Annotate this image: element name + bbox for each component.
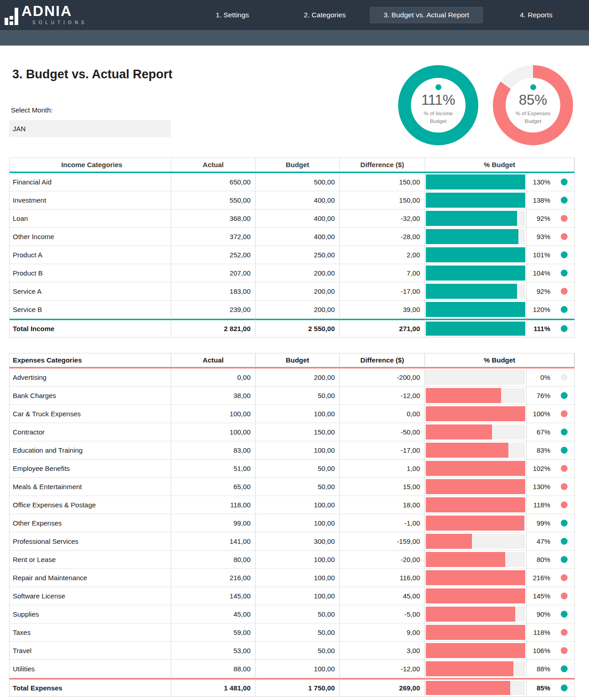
tab-reports[interactable]: 4. Reports — [500, 0, 573, 30]
status-dot-cell — [554, 660, 574, 678]
category-cell: Education and Training — [10, 441, 171, 460]
pct-budget-value: 101% — [527, 246, 554, 264]
pct-budget-bar-cell — [425, 319, 527, 337]
budget-cell: 100,00 — [256, 496, 340, 514]
status-dot-cell — [554, 173, 574, 191]
pct-budget-value: 90% — [527, 605, 554, 623]
pct-budget-bar — [426, 193, 525, 208]
status-dot-icon — [561, 392, 568, 399]
budget-cell: 250,00 — [256, 246, 340, 264]
pct-budget-bar-cell — [425, 569, 527, 587]
status-dot-icon — [561, 538, 568, 545]
tab-settings[interactable]: 1. Settings — [196, 0, 269, 30]
actual-cell: 183,00 — [171, 282, 256, 301]
pct-budget-bar-cell — [425, 678, 527, 696]
difference-cell: -200,00 — [340, 368, 425, 387]
status-dot-cell — [554, 246, 574, 264]
pct-budget-value: 145% — [527, 587, 554, 605]
bar-track — [425, 322, 525, 336]
pct-budget-value: 118% — [527, 496, 554, 514]
actual-cell: 100,00 — [171, 423, 256, 441]
column-header: Actual — [171, 353, 256, 367]
actual-cell: 550,00 — [171, 191, 256, 209]
category-cell: Service A — [10, 282, 171, 301]
expenses-budget-donut-chart: 85% % of Expenses Budget — [493, 65, 573, 145]
pct-budget-value: 100% — [527, 405, 554, 423]
status-dot-cell — [554, 387, 574, 405]
budget-cell: 100,00 — [256, 569, 340, 587]
category-cell: Repair and Maintenance — [10, 569, 171, 587]
pct-budget-bar-cell — [425, 496, 527, 514]
category-cell: Loan — [10, 209, 171, 228]
pct-budget-value: 99% — [527, 514, 554, 532]
table-total-row: Total Income2 821,002 550,00271,00111% — [10, 319, 574, 337]
status-dot-cell — [554, 405, 574, 423]
pct-budget-value: 0% — [527, 368, 554, 387]
status-dot-icon — [561, 179, 568, 185]
pct-budget-bar — [426, 552, 505, 567]
pct-budget-bar-cell — [425, 642, 527, 660]
bar-track — [425, 534, 525, 549]
status-dot-cell — [554, 623, 574, 642]
bar-track — [425, 388, 525, 403]
table-row: Travel53,0050,003,00106% — [10, 642, 574, 660]
status-dot-cell — [554, 368, 574, 387]
pct-budget-bar — [426, 516, 524, 531]
status-dot-icon — [561, 629, 568, 636]
bar-track — [425, 370, 525, 385]
pct-budget-bar — [426, 661, 513, 676]
category-cell: Rent or Lease — [10, 551, 171, 569]
table-row: Financial Aid650,00500,00150,00130% — [10, 173, 574, 191]
pct-budget-bar-cell — [425, 551, 527, 569]
status-dot-icon — [561, 556, 568, 563]
bar-track — [425, 406, 525, 421]
pct-budget-value: 67% — [527, 423, 554, 441]
budget-cell: 200,00 — [256, 264, 340, 282]
bar-track — [425, 229, 525, 244]
income-budget-caption: % of Income Budget — [411, 110, 466, 125]
category-cell: Other Expenses — [10, 514, 171, 532]
status-dot-cell — [554, 228, 574, 246]
bar-track — [425, 193, 525, 208]
actual-cell: 83,00 — [171, 441, 256, 460]
status-dot-cell — [554, 282, 574, 301]
status-dot-cell — [554, 678, 574, 696]
status-dot-cell — [554, 441, 574, 460]
difference-cell: -159,00 — [340, 532, 425, 551]
status-dot-cell — [554, 460, 574, 478]
difference-cell: 18,00 — [340, 496, 425, 514]
budget-cell: 400,00 — [256, 191, 340, 209]
actual-cell: 1 481,00 — [171, 678, 256, 696]
column-header: Difference ($) — [340, 353, 425, 367]
pct-budget-bar-cell — [425, 623, 527, 642]
category-cell: Professional Services — [10, 532, 171, 551]
status-dot-cell — [554, 191, 574, 209]
status-dot-cell — [554, 551, 574, 569]
budget-cell: 100,00 — [256, 441, 340, 460]
tab-categories[interactable]: 2. Categories — [288, 0, 361, 30]
status-dot-icon — [561, 288, 568, 295]
table-row: Software License145,00100,0045,00145% — [10, 587, 574, 605]
difference-cell: 7,00 — [340, 264, 425, 282]
tab-budget-vs-actual-report[interactable]: 3. Budget vs. Actual Report — [370, 7, 483, 23]
pct-budget-bar — [426, 534, 472, 549]
actual-cell: 51,00 — [171, 460, 256, 478]
column-header: Expenses Categories — [10, 353, 171, 367]
actual-cell: 0,00 — [171, 368, 256, 387]
difference-cell: -12,00 — [340, 387, 425, 405]
month-select[interactable]: JAN — [9, 120, 171, 137]
actual-cell: 216,00 — [171, 569, 256, 587]
table-row: Bank Charges38,0050,00-12,0076% — [10, 387, 574, 405]
budget-cell: 400,00 — [256, 228, 340, 246]
status-dot-cell — [554, 569, 574, 587]
budget-cell: 50,00 — [256, 478, 340, 496]
table-row: Repair and Maintenance216,00100,00116,00… — [10, 569, 574, 587]
category-cell: Other Income — [10, 228, 171, 246]
income-budget-percent: 111% — [411, 92, 466, 108]
bar-track — [425, 424, 525, 439]
category-cell: Financial Aid — [10, 173, 171, 191]
bar-track — [425, 461, 525, 476]
brand-subtitle: SOLUTIONS — [32, 20, 87, 25]
budget-cell: 100,00 — [256, 660, 340, 678]
actual-cell: 368,00 — [171, 209, 256, 228]
